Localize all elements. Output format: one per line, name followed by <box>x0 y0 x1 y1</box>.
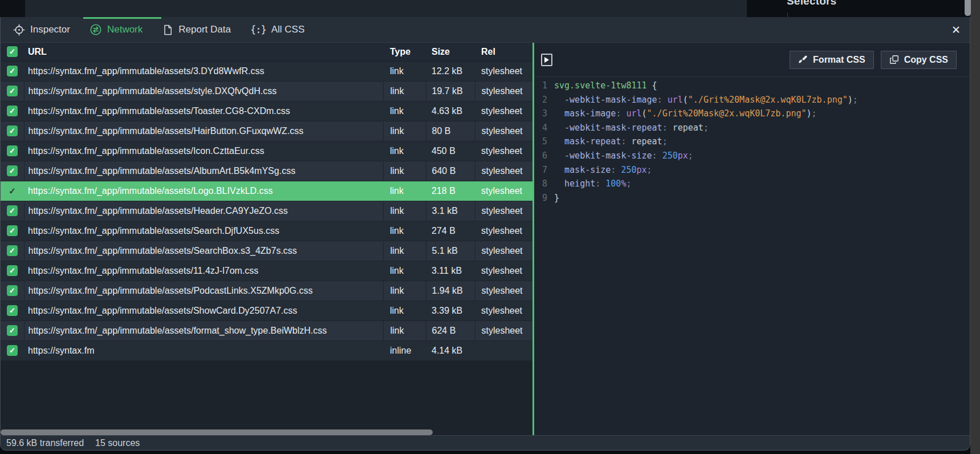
tab-all-css[interactable]: {:} All CSS <box>250 24 304 35</box>
row-checkbox[interactable]: ✓ <box>7 345 18 356</box>
column-header-url[interactable]: URL <box>24 43 383 61</box>
table-row[interactable]: ✓https://syntax.fm/_app/immutable/assets… <box>1 221 532 241</box>
type-value: link <box>383 81 426 101</box>
table-row[interactable]: ✓https://syntax.fm/_app/immutable/assets… <box>1 241 532 261</box>
tab-bar: Inspector Network <box>1 17 970 43</box>
table-row[interactable]: ✓https://syntax.fminline4.14 kB <box>1 340 532 360</box>
table-row[interactable]: ✓https://syntax.fm/_app/immutable/assets… <box>1 121 532 141</box>
type-value: link <box>383 321 426 340</box>
network-table-body: ✓https://syntax.fm/_app/immutable/assets… <box>1 61 532 360</box>
css-inspector-panel: Inspector Network <box>0 17 970 451</box>
type-value: link <box>383 161 426 181</box>
url-value: https://syntax.fm/_app/immutable/assets/… <box>24 181 383 201</box>
row-checkbox[interactable]: ✓ <box>7 285 18 296</box>
line-number: 9 <box>539 191 547 205</box>
copy-css-button[interactable]: Copy CSS <box>881 51 957 69</box>
size-value: 4.63 kB <box>426 101 475 121</box>
line-number: 7 <box>539 163 547 177</box>
format-css-label: Format CSS <box>813 55 865 65</box>
line-number: 6 <box>539 149 547 163</box>
rel-value <box>475 340 532 360</box>
rel-value: stylesheet <box>475 281 532 301</box>
size-value: 624 B <box>426 321 475 340</box>
row-checkbox[interactable]: ✓ <box>7 86 18 96</box>
size-value: 12.2 kB <box>426 61 475 81</box>
window-edge-strip <box>970 0 980 454</box>
row-checkbox[interactable]: ✓ <box>7 245 18 256</box>
column-header-size[interactable]: Size <box>426 43 475 61</box>
table-row[interactable]: ✓https://syntax.fm/_app/immutable/assets… <box>1 61 532 81</box>
url-value: https://syntax.fm/_app/immutable/assets/… <box>24 241 383 261</box>
url-value: https://syntax.fm/_app/immutable/assets/… <box>24 321 383 340</box>
row-checkbox[interactable]: ✓ <box>7 185 18 196</box>
sources-count: 15 sources <box>95 438 140 448</box>
line-number: 3 <box>539 107 547 121</box>
row-checkbox[interactable]: ✓ <box>7 265 18 276</box>
url-value: https://syntax.fm/_app/immutable/assets/… <box>24 281 383 301</box>
table-row[interactable]: ✓https://syntax.fm/_app/immutable/assets… <box>1 281 532 301</box>
format-css-button[interactable]: Format CSS <box>790 51 874 69</box>
line-number: 2 <box>539 93 547 107</box>
row-checkbox[interactable]: ✓ <box>7 145 18 156</box>
close-icon[interactable]: ✕ <box>951 25 961 35</box>
row-checkbox[interactable]: ✓ <box>7 305 18 316</box>
tab-report-data[interactable]: Report Data <box>162 24 231 36</box>
url-value: https://syntax.fm/_app/immutable/assets/… <box>24 61 383 81</box>
collapse-panel-icon[interactable] <box>541 54 552 66</box>
code-lines: 1svg.svelte-1tw8111 {2 -webkit-mask-imag… <box>534 77 970 205</box>
selectors-heading: Selectors <box>787 0 836 7</box>
table-row[interactable]: ✓https://syntax.fm/_app/immutable/assets… <box>1 201 532 221</box>
type-value: link <box>383 261 426 281</box>
code-line: 1svg.svelte-1tw8111 { <box>539 79 970 93</box>
table-row[interactable]: ✓https://syntax.fm/_app/immutable/assets… <box>1 81 532 101</box>
row-checkbox[interactable]: ✓ <box>7 165 18 176</box>
size-value: 640 B <box>426 161 475 181</box>
transferred-total: 59.6 kB transferred <box>6 438 84 448</box>
table-row[interactable]: ✓https://syntax.fm/_app/immutable/assets… <box>1 181 532 201</box>
url-value: https://syntax.fm/_app/immutable/assets/… <box>24 81 383 101</box>
column-header-rel[interactable]: Rel <box>475 43 532 61</box>
type-value: link <box>383 281 426 301</box>
table-row[interactable]: ✓https://syntax.fm/_app/immutable/assets… <box>1 141 532 161</box>
rel-value: stylesheet <box>475 201 532 221</box>
row-checkbox[interactable]: ✓ <box>7 325 18 336</box>
rel-value: stylesheet <box>475 161 532 181</box>
code-line: 8 height: 100%; <box>539 177 970 191</box>
backdrop-divider-tick <box>787 13 788 17</box>
code-line: 6 -webkit-mask-size: 250px; <box>539 149 970 163</box>
table-row[interactable]: ✓https://syntax.fm/_app/immutable/assets… <box>1 261 532 281</box>
table-row[interactable]: ✓https://syntax.fm/_app/immutable/assets… <box>1 301 532 321</box>
table-row[interactable]: ✓https://syntax.fm/_app/immutable/assets… <box>1 101 532 121</box>
rel-value: stylesheet <box>475 81 532 101</box>
size-value: 3.1 kB <box>426 201 475 221</box>
row-checkbox[interactable]: ✓ <box>7 125 18 136</box>
row-checkbox[interactable]: ✓ <box>7 225 18 236</box>
type-value: link <box>383 241 426 261</box>
code-line: 2 -webkit-mask-image: url("./Grit%20Mask… <box>539 93 970 107</box>
row-checkbox[interactable]: ✓ <box>7 205 18 216</box>
type-value: link <box>383 201 426 221</box>
network-icon <box>90 23 102 36</box>
row-checkbox[interactable]: ✓ <box>7 106 18 116</box>
copy-css-label: Copy CSS <box>904 55 948 65</box>
row-checkbox[interactable]: ✓ <box>7 66 18 76</box>
table-row[interactable]: ✓https://syntax.fm/_app/immutable/assets… <box>1 161 532 181</box>
tab-report-data-label: Report Data <box>178 24 231 35</box>
code-line: 9} <box>539 191 970 205</box>
select-all-checkbox[interactable]: ✓ <box>7 46 18 57</box>
copy-icon <box>889 55 899 64</box>
column-header-type[interactable]: Type <box>383 43 426 61</box>
url-value: https://syntax.fm/_app/immutable/assets/… <box>24 221 383 241</box>
tab-inspector[interactable]: Inspector <box>13 24 70 36</box>
url-value: https://syntax.fm/_app/immutable/assets/… <box>24 261 383 281</box>
rel-value: stylesheet <box>475 241 532 261</box>
screen: Selectors Inspector <box>0 0 980 454</box>
horizontal-scrollbar-thumb[interactable] <box>1 429 433 435</box>
rel-value: stylesheet <box>475 121 532 141</box>
tab-inspector-label: Inspector <box>30 24 70 35</box>
table-row[interactable]: ✓https://syntax.fm/_app/immutable/assets… <box>1 321 532 340</box>
tab-network[interactable]: Network <box>90 23 143 36</box>
rel-value: stylesheet <box>475 221 532 241</box>
braces-icon: {:} <box>250 24 266 35</box>
page-scrollbar-thumb[interactable] <box>965 0 971 16</box>
